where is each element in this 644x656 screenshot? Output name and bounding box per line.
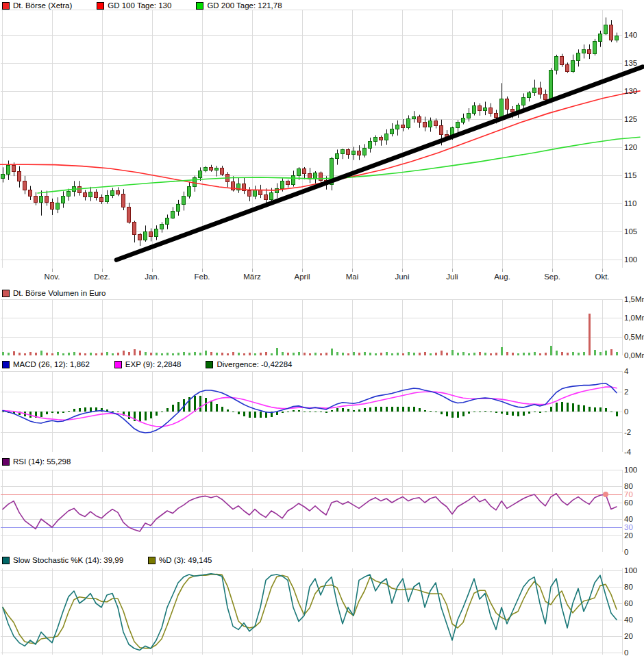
volume-bar (156, 353, 158, 355)
candle-body (67, 192, 71, 197)
axis-tick-label: 135 (624, 59, 637, 67)
divergence-bar (413, 407, 415, 412)
volume-bar (506, 352, 508, 355)
candle-body (434, 121, 438, 125)
divergence-bar (40, 412, 42, 417)
divergence-bar (572, 403, 574, 412)
candle-body (62, 197, 65, 203)
volume-bar (145, 352, 147, 355)
axis-tick-label: 115 (624, 171, 636, 179)
month-tick (102, 268, 103, 272)
candle-body (369, 142, 372, 149)
volume-bar (117, 353, 119, 355)
volume-bar (375, 353, 377, 355)
volume-bar (517, 353, 519, 355)
volume-chart (0, 299, 644, 355)
price-swatch-icon (2, 2, 10, 10)
divergence-bar (156, 412, 158, 416)
candle-body (347, 150, 350, 155)
divergence-bar (441, 412, 443, 414)
volume-bar (287, 353, 289, 355)
axis-tick-label: 0,5Mrd (624, 333, 644, 341)
volume-bar (495, 353, 497, 355)
divergence-bar (517, 412, 519, 416)
volume-bar (188, 353, 190, 355)
month-tick (352, 268, 353, 272)
candle-body (51, 202, 54, 210)
volume-bar (2, 352, 4, 355)
candle-body (314, 173, 317, 179)
divergence-bar (216, 404, 218, 412)
candle-body (396, 125, 399, 129)
volume-bar (276, 348, 278, 355)
candle-body (489, 108, 493, 113)
candle-body (199, 171, 202, 177)
volume-bar (172, 353, 174, 355)
legend-item-rsi: RSI (14): 55,298 (2, 457, 71, 466)
volume-bar (8, 353, 10, 355)
volume-bar (84, 353, 86, 355)
volume-bar (484, 353, 486, 355)
legend-volume: Dt. Börse Volumen in Euro (2, 288, 131, 298)
candle-body (440, 126, 443, 135)
volume-bar (457, 353, 459, 355)
axis-tick-label: 70 (624, 490, 633, 499)
volume-bar (314, 353, 317, 355)
volume-bar (589, 314, 591, 355)
month-tick (452, 268, 453, 272)
legend-label: GD 100 Tage: 130 (108, 1, 171, 10)
axis-tick-label: -4 (624, 448, 631, 456)
candle-body (555, 57, 558, 71)
divergence-bar (194, 396, 196, 412)
candle-body (588, 49, 591, 54)
candle-body (149, 232, 153, 237)
divergence-bar (446, 412, 448, 416)
axis-tick-label: -2 (624, 428, 631, 436)
divergence-bar (177, 402, 179, 412)
volume-bar (430, 353, 432, 355)
volume-bar (24, 353, 26, 355)
axis-tick-label: 40 (624, 515, 633, 523)
candle-body (549, 71, 553, 100)
volume-bar (331, 349, 333, 355)
divergence-bar (150, 412, 152, 418)
candle-body (127, 207, 131, 222)
axis-tick-label: 0 (624, 548, 628, 556)
volume-bar (79, 353, 81, 355)
candle-body (560, 57, 564, 64)
legend-rsi: RSI (14): 55,298 (2, 457, 95, 466)
candle-body (341, 150, 345, 154)
divergence-bar (490, 412, 492, 412)
candle-body (423, 123, 427, 127)
divergence-bar (369, 407, 371, 412)
candle-body (401, 125, 405, 128)
divergence-bar (353, 410, 355, 412)
volume-bar (391, 353, 393, 355)
divergence-bar (501, 412, 503, 414)
candle-body (23, 181, 27, 190)
candle-body (473, 106, 476, 114)
divergence-bar (51, 412, 53, 413)
volume-bar (112, 353, 114, 355)
candle-body (484, 108, 487, 110)
stoch-k-swatch-icon (2, 557, 10, 564)
divergence-bar (534, 412, 536, 412)
volume-bar (90, 353, 92, 355)
volume-bar (293, 353, 295, 355)
volume-bar (51, 353, 53, 355)
candle-body (538, 88, 542, 94)
candle-body (352, 151, 356, 155)
volume-bar (123, 351, 125, 355)
divergence-bar (62, 412, 64, 413)
divergence-bar (145, 412, 147, 420)
rsi-signal-dot (603, 492, 608, 497)
candle-body (84, 192, 87, 197)
volume-bar (419, 353, 421, 355)
month-label: Juni (395, 273, 409, 281)
candle-body (571, 61, 575, 72)
divergence-bar (402, 407, 404, 412)
month-tick (502, 268, 503, 272)
legend-label: GD 200 Tage: 121,78 (207, 1, 282, 10)
legend-label: Divergence: -0,42284 (216, 360, 292, 368)
volume-bar (512, 353, 514, 355)
